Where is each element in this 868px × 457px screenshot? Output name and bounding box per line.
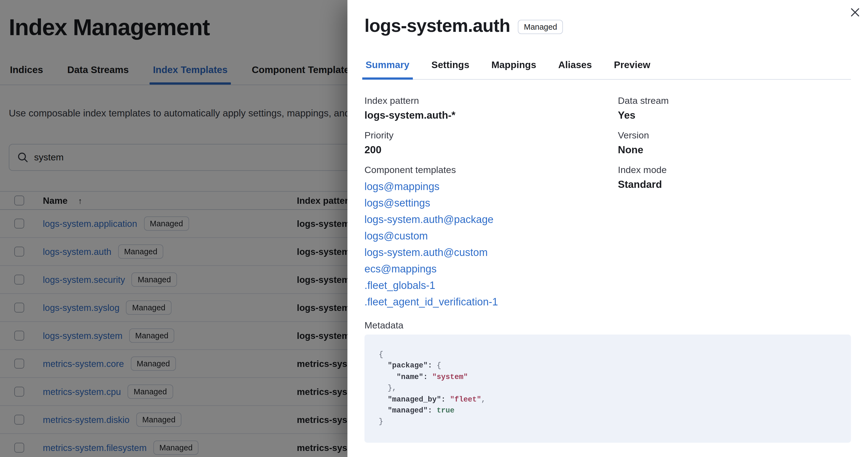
summary-panel: Index pattern logs-system.auth-* Data st… (365, 96, 851, 311)
flyout-tab-preview[interactable]: Preview (613, 59, 651, 79)
field-data-stream: Data stream Yes (618, 96, 851, 121)
flyout-tab-settings[interactable]: Settings (430, 59, 470, 79)
flyout-title: logs-system.auth (365, 14, 510, 37)
template-details-flyout: logs-system.auth Managed SummarySettings… (347, 0, 868, 457)
component-template-link[interactable]: ecs@mappings (365, 261, 618, 278)
component-template-link[interactable]: .fleet_globals-1 (365, 278, 618, 294)
screen: Index Management IndicesData StreamsInde… (0, 0, 868, 457)
flyout-tab-aliases[interactable]: Aliases (557, 59, 593, 79)
field-index-pattern: Index pattern logs-system.auth-* (365, 96, 618, 121)
component-template-link[interactable]: logs@custom (365, 228, 618, 244)
component-template-link[interactable]: logs-system.auth@custom (365, 244, 618, 261)
managed-badge: Managed (518, 20, 563, 34)
flyout-tab-summary[interactable]: Summary (365, 59, 411, 79)
component-template-links: logs@mappingslogs@settingslogs-system.au… (365, 178, 618, 311)
flyout-tabs: SummarySettingsMappingsAliasesPreview (365, 59, 851, 79)
field-version: Version None (618, 130, 851, 156)
component-template-link[interactable]: logs-system.auth@package (365, 211, 618, 228)
field-component-templates: Component templates logs@mappingslogs@se… (365, 165, 618, 311)
flyout-header: logs-system.auth Managed (365, 14, 851, 37)
component-template-link[interactable]: .fleet_agent_id_verification-1 (365, 294, 618, 311)
close-icon[interactable] (847, 4, 863, 20)
metadata-json: { "package": { "name": "system" }, "mana… (379, 349, 837, 428)
flyout-tab-mappings[interactable]: Mappings (490, 59, 537, 79)
component-template-link[interactable]: logs@mappings (365, 178, 618, 195)
component-template-link[interactable]: logs@settings (365, 195, 618, 211)
field-priority: Priority 200 (365, 130, 618, 156)
field-index-mode: Index mode Standard (618, 165, 851, 311)
metadata-section: Metadata { "package": { "name": "system"… (365, 320, 851, 443)
metadata-code-block: { "package": { "name": "system" }, "mana… (365, 334, 851, 443)
